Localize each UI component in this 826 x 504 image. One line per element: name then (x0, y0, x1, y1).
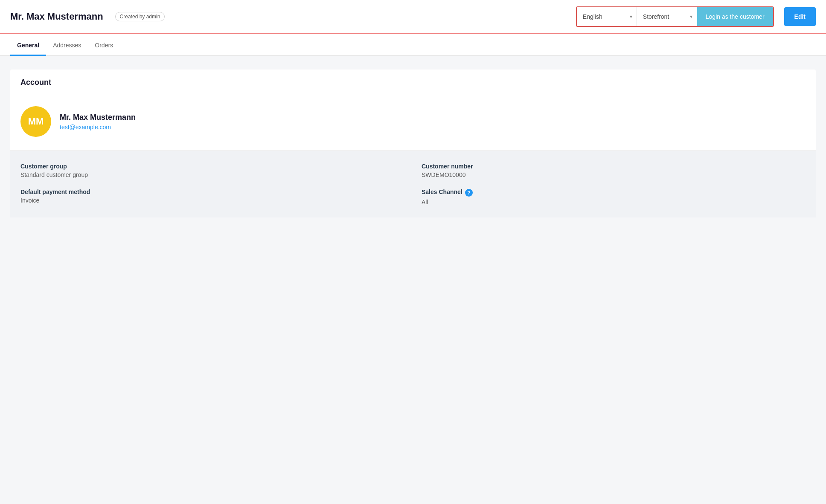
account-details: Mr. Max Mustermann test@example.com (60, 113, 136, 130)
login-as-customer-button[interactable]: Login as the customer (697, 7, 773, 26)
page-header: Mr. Max Mustermann Created by admin Engl… (0, 0, 826, 34)
main-content: Account MM Mr. Max Mustermann test@examp… (0, 56, 826, 231)
customer-group-value: Standard customer group (20, 171, 404, 178)
default-payment-label: Default payment method (20, 188, 404, 195)
tab-addresses[interactable]: Addresses (46, 34, 88, 56)
storefront-select-wrapper: Storefront Headless ▾ (637, 7, 697, 26)
default-payment-value: Invoice (20, 197, 404, 204)
customer-group-item: Customer group Standard customer group (20, 163, 404, 178)
account-section-title: Account (20, 78, 51, 87)
tabs-bar: General Addresses Orders (0, 34, 826, 56)
tab-general[interactable]: General (10, 34, 46, 56)
created-by-badge: Created by admin (115, 12, 165, 21)
default-payment-item: Default payment method Invoice (20, 188, 404, 206)
account-email[interactable]: test@example.com (60, 124, 136, 130)
metadata-section: Customer group Standard customer group C… (10, 151, 816, 217)
language-select[interactable]: English German French (577, 7, 637, 26)
customer-number-label: Customer number (422, 163, 806, 170)
sales-channel-label: Sales Channel (422, 188, 462, 195)
sales-channel-item: Sales Channel ? All (422, 188, 806, 206)
account-info: MM Mr. Max Mustermann test@example.com (20, 106, 806, 137)
customer-group-label: Customer group (20, 163, 404, 170)
account-card-header: Account (10, 70, 816, 94)
sales-channel-value: All (422, 199, 806, 206)
avatar: MM (20, 106, 51, 137)
tab-orders[interactable]: Orders (88, 34, 120, 56)
account-full-name: Mr. Max Mustermann (60, 113, 136, 122)
account-card: Account MM Mr. Max Mustermann test@examp… (10, 70, 816, 217)
help-icon[interactable]: ? (465, 189, 473, 197)
language-select-wrapper: English German French ▾ (577, 7, 637, 26)
header-actions-group: English German French ▾ Storefront Headl… (576, 6, 774, 27)
account-card-body: MM Mr. Max Mustermann test@example.com (10, 94, 816, 151)
page-title: Mr. Max Mustermann (10, 11, 103, 22)
storefront-select[interactable]: Storefront Headless (637, 7, 697, 26)
edit-button[interactable]: Edit (784, 7, 816, 26)
sales-channel-label-row: Sales Channel ? (422, 188, 806, 197)
customer-number-value: SWDEMO10000 (422, 171, 806, 178)
customer-number-item: Customer number SWDEMO10000 (422, 163, 806, 178)
